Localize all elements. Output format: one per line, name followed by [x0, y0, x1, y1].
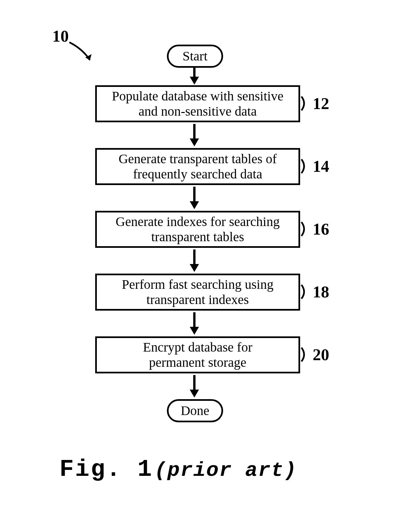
ref-bracket-14 [301, 158, 312, 174]
arrow-step4-to-step5 [188, 312, 201, 336]
ref-bracket-20 [301, 346, 312, 363]
process-step-3-text: Generate indexes for searchingtransparen… [116, 214, 280, 245]
svg-marker-4 [190, 138, 199, 146]
ref-bracket-12 [301, 95, 312, 112]
arrow-step1-to-step2 [188, 124, 201, 148]
arrow-step5-to-done [188, 375, 201, 399]
ref-label-14: 14 [313, 157, 329, 176]
figure-ref-10-pointer [66, 39, 99, 69]
process-step-4-text: Perform fast searching usingtransparent … [122, 277, 274, 307]
process-step-1: Populate database with sensitiveand non-… [95, 85, 300, 122]
svg-marker-2 [190, 77, 199, 85]
ref-label-18: 18 [313, 282, 329, 301]
process-step-5-text: Encrypt database forpermanent storage [143, 340, 253, 370]
svg-marker-6 [190, 201, 199, 209]
svg-marker-12 [190, 390, 199, 398]
ref-bracket-16 [301, 221, 312, 237]
caption-prior-art: (prior art) [154, 459, 297, 482]
process-step-1-text: Populate database with sensitiveand non-… [112, 89, 284, 119]
arrow-step2-to-step3 [188, 187, 201, 210]
figure-caption: Fig. 1 (prior art) [59, 456, 297, 483]
terminator-done-label: Done [181, 404, 210, 417]
terminator-done: Done [167, 399, 223, 422]
ref-label-16: 16 [313, 219, 329, 239]
svg-marker-8 [190, 264, 199, 272]
process-step-3: Generate indexes for searchingtransparen… [95, 211, 300, 248]
svg-marker-10 [190, 327, 199, 335]
flowchart-canvas: 10 Start Populate database with sensitiv… [0, 0, 393, 532]
ref-bracket-18 [301, 284, 312, 300]
process-step-2-text: Generate transparent tables offrequently… [119, 151, 277, 182]
arrow-start-to-step1 [188, 66, 201, 86]
arrow-step3-to-step4 [188, 249, 201, 273]
ref-label-12: 12 [313, 94, 329, 113]
terminator-start: Start [167, 45, 223, 68]
caption-fig-number: Fig. 1 [59, 456, 153, 483]
process-step-4: Perform fast searching usingtransparent … [95, 274, 300, 311]
process-step-2: Generate transparent tables offrequently… [95, 148, 300, 185]
process-step-5: Encrypt database forpermanent storage [95, 336, 300, 373]
terminator-start-label: Start [182, 50, 208, 63]
ref-label-20: 20 [313, 345, 329, 364]
